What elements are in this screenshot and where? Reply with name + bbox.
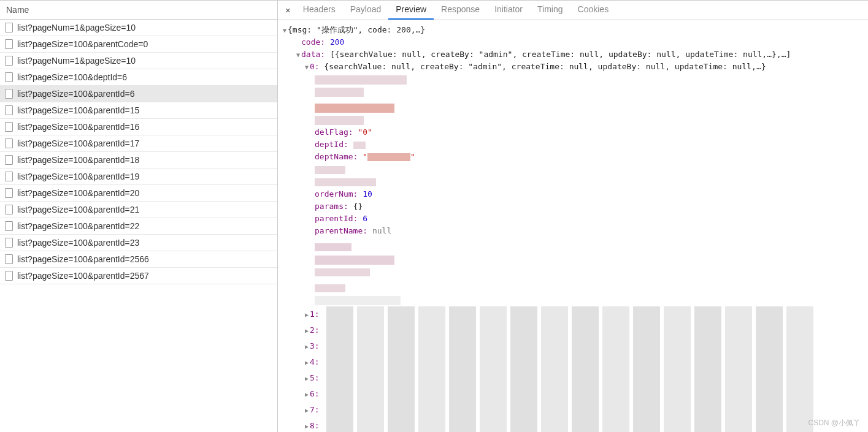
json-root-summary[interactable]: {msg: "操作成功", code: 200,…} <box>288 25 425 34</box>
preview-json-tree[interactable]: ▼{msg: "操作成功", code: 200,…} code: 200 ▼d… <box>278 20 868 432</box>
network-request-item[interactable]: list?pageSize=100&parentId=16 <box>0 119 277 135</box>
network-request-item[interactable]: list?pageNum=1&pageSize=10 <box>0 20 277 36</box>
request-item-label: list?pageNum=1&pageSize=10 <box>17 23 136 32</box>
json-value: "0" <box>358 127 372 137</box>
network-request-item[interactable]: list?pageSize=100&parentId=2566 <box>0 251 277 268</box>
json-value: 10 <box>363 189 372 199</box>
request-item-label: list?pageSize=100&parentId=19 <box>17 172 139 181</box>
json-collapsed-item[interactable]: ▶1: <box>282 306 864 322</box>
network-request-item[interactable]: list?pageSize=100&parentId=15 <box>0 102 277 119</box>
json-collapsed-item[interactable]: ▶5: <box>282 370 864 386</box>
tab-headers[interactable]: Headers <box>296 1 343 20</box>
redacted-content <box>326 354 813 370</box>
redacted-content <box>326 402 813 418</box>
redacted-content <box>326 386 813 402</box>
request-list: list?pageNum=1&pageSize=10list?pageSize=… <box>0 20 277 284</box>
network-request-item[interactable]: list?pageNum=1&pageSize=10 <box>0 53 277 69</box>
json-key: 2: <box>310 325 320 335</box>
redacted-content <box>326 338 813 354</box>
json-key: 6: <box>310 389 320 398</box>
document-icon <box>5 254 13 264</box>
network-request-item[interactable]: list?pageSize=100&parentId=17 <box>0 135 277 152</box>
network-request-item[interactable]: list?pageSize=100&parentId=19 <box>0 169 277 185</box>
json-collapsed-item[interactable]: ▶8: <box>282 418 864 432</box>
request-item-label: list?pageSize=100&parentId=22 <box>17 221 139 231</box>
network-request-item[interactable]: list?pageSize=100&parentId=18 <box>0 152 277 169</box>
json-key: params: <box>315 202 348 211</box>
expand-toggle-icon[interactable]: ▼ <box>304 63 310 72</box>
expand-toggle-icon[interactable]: ▶ <box>304 406 310 415</box>
network-request-item[interactable]: list?pageSize=100&parentId=6 <box>0 86 277 102</box>
json-key: 7: <box>310 405 320 414</box>
json-array-summary[interactable]: [{searchValue: null, createBy: "admin", … <box>330 50 791 59</box>
request-item-label: list?pageSize=100&parentId=2566 <box>17 254 149 264</box>
network-request-item[interactable]: list?pageSize=100&parentId=22 <box>0 218 277 235</box>
tab-timing[interactable]: Timing <box>530 1 570 20</box>
json-key: deptName: <box>315 152 358 161</box>
json-collapsed-item[interactable]: ▶4: <box>282 354 864 370</box>
network-request-item[interactable]: list?pageSize=100&parentId=21 <box>0 202 277 218</box>
json-collapsed-item[interactable]: ▶2: <box>282 322 864 338</box>
tab-preview[interactable]: Preview <box>388 1 434 20</box>
expand-toggle-icon[interactable]: ▶ <box>304 358 310 368</box>
tab-payload[interactable]: Payload <box>343 1 389 20</box>
document-icon <box>5 188 13 198</box>
tab-response[interactable]: Response <box>434 1 487 20</box>
expand-toggle-icon[interactable]: ▼ <box>295 50 301 60</box>
expand-toggle-icon[interactable]: ▶ <box>304 422 310 431</box>
json-value: null <box>372 226 391 235</box>
expand-toggle-icon[interactable]: ▶ <box>304 326 310 336</box>
name-column-header: Name <box>0 0 277 20</box>
network-request-item[interactable]: list?pageSize=100&parentId=23 <box>0 235 277 251</box>
document-icon <box>5 271 13 281</box>
network-request-item[interactable]: list?pageSize=100&parentId=2567 <box>0 268 277 284</box>
request-item-label: list?pageSize=100&parentId=6 <box>17 89 134 99</box>
json-collapsed-item[interactable]: ▶7: <box>282 402 864 418</box>
json-key: 5: <box>310 373 320 382</box>
document-icon <box>5 89 13 99</box>
expand-toggle-icon[interactable]: ▶ <box>304 342 310 352</box>
json-value: 200 <box>330 37 344 47</box>
document-icon <box>5 172 13 181</box>
tab-initiator[interactable]: Initiator <box>487 1 530 20</box>
request-item-label: list?pageSize=100&parentId=16 <box>17 122 139 132</box>
json-value: {} <box>353 202 363 211</box>
request-item-label: list?pageSize=100&deptId=6 <box>17 72 127 82</box>
close-icon[interactable]: × <box>280 2 296 18</box>
json-key: 4: <box>310 357 320 366</box>
document-icon <box>5 56 13 66</box>
json-collapsed-item[interactable]: ▶6: <box>282 386 864 402</box>
expand-toggle-icon[interactable]: ▶ <box>304 310 310 320</box>
tab-cookies[interactable]: Cookies <box>570 1 616 20</box>
json-key: 0: <box>310 62 320 71</box>
json-key: deptId: <box>315 140 348 149</box>
json-key: parentId: <box>315 214 358 223</box>
request-item-label: list?pageSize=100&parentId=23 <box>17 238 139 248</box>
json-key: delFlag: <box>315 127 353 137</box>
expand-toggle-icon[interactable]: ▶ <box>304 374 310 384</box>
network-request-list-panel: Name list?pageNum=1&pageSize=10list?page… <box>0 0 278 432</box>
document-icon <box>5 23 13 32</box>
document-icon <box>5 238 13 248</box>
json-key: 1: <box>310 309 320 319</box>
network-request-item[interactable]: list?pageSize=100&parentId=20 <box>0 185 277 202</box>
expand-toggle-icon[interactable]: ▼ <box>282 26 288 36</box>
network-request-item[interactable]: list?pageSize=100&parentCode=0 <box>0 36 277 53</box>
request-item-label: list?pageSize=100&parentId=21 <box>17 205 139 214</box>
document-icon <box>5 138 13 148</box>
request-item-label: list?pageSize=100&parentId=20 <box>17 188 139 198</box>
json-object-summary[interactable]: {searchValue: null, createBy: "admin", c… <box>324 62 766 71</box>
json-collapsed-item[interactable]: ▶3: <box>282 338 864 354</box>
document-icon <box>5 105 13 115</box>
expand-toggle-icon[interactable]: ▶ <box>304 390 310 400</box>
json-key: data: <box>301 50 325 59</box>
network-request-item[interactable]: list?pageSize=100&deptId=6 <box>0 69 277 86</box>
details-panel: × HeadersPayloadPreviewResponseInitiator… <box>278 0 868 432</box>
json-quote: " <box>363 152 367 161</box>
request-item-label: list?pageNum=1&pageSize=10 <box>17 56 136 66</box>
document-icon <box>5 221 13 231</box>
request-item-label: list?pageSize=100&parentId=15 <box>17 105 139 115</box>
document-icon <box>5 205 13 214</box>
detail-tabs: × HeadersPayloadPreviewResponseInitiator… <box>278 0 868 20</box>
watermark: CSDN @小佩丫 <box>808 418 861 428</box>
